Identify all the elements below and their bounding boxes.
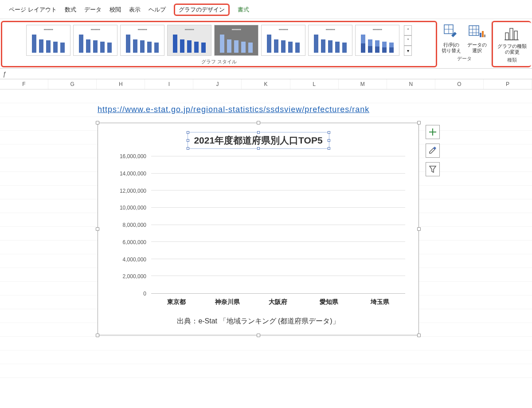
switch-row-col-label: 行/列の 切り替え [442, 42, 461, 54]
select-data-label: データの 選択 [467, 42, 487, 54]
tab-format[interactable]: 書式 [238, 6, 249, 14]
chart-elements-button[interactable] [426, 125, 440, 139]
switch-row-col-button[interactable]: 行/列の 切り替え [440, 22, 463, 54]
chart-filter-button[interactable] [426, 162, 440, 176]
expand-icon: ▾ [407, 48, 409, 53]
y-axis: 02,000,0004,000,0006,000,0008,000,00010,… [111, 156, 149, 294]
ribbon-group-label-data: データ [457, 55, 472, 62]
tab-view[interactable]: 表示 [129, 6, 141, 14]
chart-styles-row: ■■■■■■■ ■■■■■■■ ■■■■■■■ ■■■■■■■ ■■■■■■■ … [23, 23, 415, 58]
column-headers: FGHIJKLMNOP [0, 79, 532, 89]
x-tick-label: 大阪府 [253, 298, 304, 306]
column-header[interactable]: N [387, 79, 435, 89]
change-chart-type-label: グラフの種類 の変更 [497, 43, 527, 55]
ribbon-group-chart-styles: ■■■■■■■ ■■■■■■■ ■■■■■■■ ■■■■■■■ ■■■■■■■ … [1, 21, 437, 67]
bars [151, 156, 405, 294]
chart-style-thumb-4[interactable]: ■■■■■■■ [167, 25, 211, 56]
change-chart-type-icon [503, 24, 521, 43]
x-tick-label: 神奈川県 [202, 298, 253, 306]
y-tick-label: 8,000,000 [123, 222, 146, 228]
svg-rect-11 [505, 33, 509, 40]
chart-style-thumb-3[interactable]: ■■■■■■■ [120, 25, 164, 56]
column-header[interactable]: O [435, 79, 484, 89]
column-header[interactable]: H [97, 79, 145, 89]
ribbon-group-data: 行/列の 切り替え データの 選択 データ [437, 21, 492, 67]
column-header[interactable]: P [484, 79, 532, 89]
formula-bar[interactable]: ƒ [0, 69, 532, 79]
column-header[interactable]: L [290, 79, 339, 89]
chevron-down-icon: ˅ [407, 38, 409, 43]
x-tick-label: 東京都 [151, 298, 202, 306]
select-data-icon [468, 23, 486, 41]
style-gallery-scroll: ˄ ˅ ▾ [404, 25, 412, 56]
column-header[interactable]: J [193, 79, 242, 89]
svg-rect-3 [469, 26, 479, 35]
chart-title[interactable]: 2021年度都道府県別人口TOP5 [187, 132, 329, 149]
chevron-up-icon: ˄ [407, 28, 409, 33]
tab-chart-design[interactable]: グラフのデザイン [174, 4, 230, 16]
chart-title-text: 2021年度都道府県別人口TOP5 [194, 135, 322, 145]
column-header[interactable]: I [145, 79, 193, 89]
tab-review[interactable]: 校閲 [110, 6, 121, 14]
plus-icon [429, 128, 437, 136]
tab-help[interactable]: ヘルプ [149, 6, 166, 14]
resize-handle[interactable] [417, 227, 421, 231]
y-tick-label: 10,000,000 [120, 205, 146, 211]
column-header[interactable]: G [48, 79, 97, 89]
chart-styles-button[interactable] [426, 144, 440, 158]
y-tick-label: 16,000,000 [120, 153, 146, 159]
chart-source-note: 出典：e-Stat 「地域ランキング (都道府県データ)」 [98, 317, 419, 326]
y-tick-label: 12,000,000 [120, 188, 146, 194]
worksheet-area[interactable]: https://www.e-stat.go.jp/regional-statis… [0, 89, 532, 382]
svg-rect-8 [480, 33, 481, 37]
chart-style-thumb-7[interactable]: ■■■■■■■ [308, 25, 352, 56]
chart-object[interactable]: 2021年度都道府県別人口TOP5 02,000,0004,000,0006,0… [98, 123, 419, 335]
svg-rect-13 [514, 31, 517, 40]
resize-handle[interactable] [257, 334, 260, 337]
resize-handle[interactable] [96, 121, 99, 124]
funnel-icon [429, 165, 437, 173]
resize-handle[interactable] [96, 227, 99, 231]
tab-page-layout[interactable]: ページ レイアウト [9, 6, 57, 14]
svg-rect-12 [510, 28, 513, 40]
select-data-button[interactable]: データの 選択 [466, 22, 489, 54]
y-tick-label: 0 [143, 291, 146, 297]
column-header[interactable]: M [339, 79, 387, 89]
chart-side-buttons [426, 125, 440, 176]
ribbon-group-label-styles: グラフ スタイル [201, 58, 237, 65]
ribbon-tabs: ページ レイアウト 数式 データ 校閲 表示 ヘルプ グラフのデザイン 書式 [0, 0, 532, 19]
y-tick-label: 14,000,000 [120, 171, 146, 177]
x-axis-labels: 東京都神奈川県大阪府愛知県埼玉県 [151, 298, 405, 306]
svg-rect-17 [433, 147, 436, 150]
ribbon-group-type: グラフの種類 の変更 種類 [492, 21, 531, 67]
y-tick-label: 6,000,000 [123, 239, 146, 245]
chart-style-thumb-6[interactable]: ■■■■■■■ [261, 25, 305, 56]
chart-style-thumb-1[interactable]: ■■■■■■■ [26, 25, 70, 56]
link-cell[interactable]: https://www.e-stat.go.jp/regional-statis… [98, 105, 369, 114]
y-tick-label: 4,000,000 [123, 256, 146, 263]
change-chart-type-button[interactable]: グラフの種類 の変更 [496, 23, 528, 56]
y-tick-label: 2,000,000 [123, 273, 146, 280]
chart-style-thumb-5[interactable]: ■■■■■■■ [214, 25, 258, 56]
resize-handle[interactable] [417, 334, 421, 337]
brush-icon [428, 146, 437, 155]
switch-row-col-icon [442, 23, 461, 41]
style-scroll-expand[interactable]: ▾ [404, 46, 412, 56]
chart-style-thumb-8[interactable]: ■■■■■■■ [355, 25, 399, 56]
ribbon-group-label-type: 種類 [507, 57, 517, 63]
resize-handle[interactable] [96, 334, 99, 337]
style-scroll-up[interactable]: ˄ [404, 25, 412, 35]
tab-data[interactable]: データ [84, 6, 102, 14]
resize-handle[interactable] [257, 121, 260, 124]
svg-rect-10 [484, 35, 485, 37]
plot-area[interactable]: 02,000,0004,000,0006,000,0008,000,00010,… [111, 156, 405, 294]
chart-style-thumb-2[interactable]: ■■■■■■■ [73, 25, 117, 56]
svg-rect-9 [482, 31, 484, 37]
style-scroll-down[interactable]: ˅ [404, 35, 412, 46]
column-header[interactable]: F [0, 79, 48, 89]
resize-handle[interactable] [417, 121, 421, 124]
column-header[interactable]: K [242, 79, 290, 89]
x-tick-label: 愛知県 [304, 298, 355, 306]
tab-formulas[interactable]: 数式 [65, 6, 76, 14]
ribbon-body: ■■■■■■■ ■■■■■■■ ■■■■■■■ ■■■■■■■ ■■■■■■■ … [0, 19, 532, 69]
